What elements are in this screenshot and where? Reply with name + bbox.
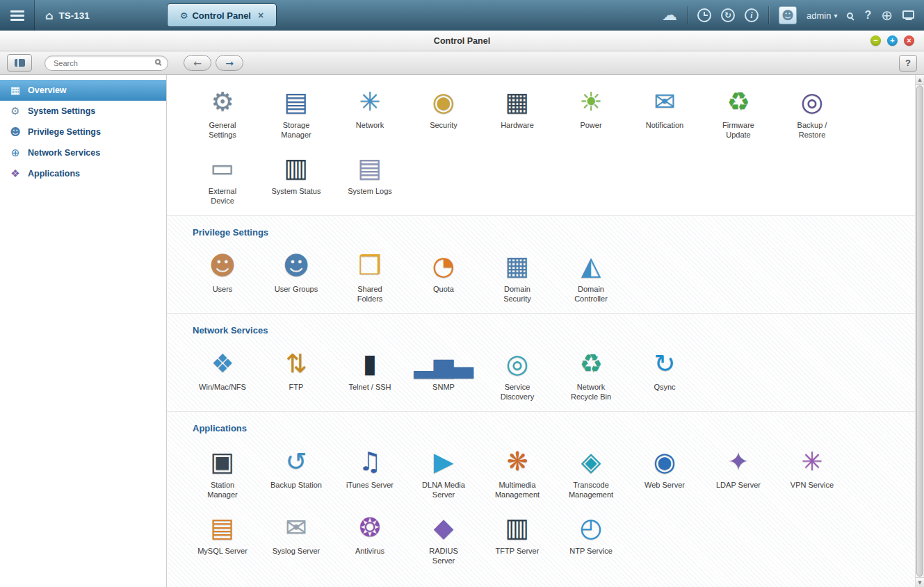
- app-network[interactable]: ✳ Network: [333, 85, 407, 140]
- app-itunes-server[interactable]: ♫ iTunes Server: [333, 445, 407, 499]
- app-general-settings[interactable]: ⚙ General Settings: [186, 85, 259, 140]
- network-services-icon: ⊕: [9, 148, 22, 158]
- quota-icon: ◔: [419, 249, 469, 282]
- app-antivirus[interactable]: ❂ Antivirus: [333, 511, 407, 565]
- app-label: TFTP Server: [496, 547, 540, 556]
- user-menu[interactable]: admin ▾: [807, 10, 837, 21]
- clock-icon[interactable]: [697, 8, 711, 22]
- app-hardware[interactable]: ▦ Hardware: [480, 85, 554, 140]
- user-name: admin: [807, 10, 831, 21]
- app-transcode-management[interactable]: ◈ Transcode Management: [554, 445, 628, 499]
- minimize-button[interactable]: −: [870, 35, 881, 46]
- app-syslog-server[interactable]: ✉ Syslog Server: [259, 511, 333, 565]
- sidebar-item-applications[interactable]: ❖ Applications: [0, 163, 166, 184]
- app-telnet-ssh[interactable]: ▮ Telnet / SSH: [333, 347, 407, 402]
- app-dlna-media-server[interactable]: ▶ DLNA Media Server: [407, 445, 480, 499]
- sidebar-item-label: Overview: [28, 85, 67, 95]
- app-power[interactable]: ☀ Power: [554, 85, 628, 140]
- app-notification[interactable]: ✉ Notification: [628, 85, 702, 140]
- app-storage-manager[interactable]: ▤ Storage Manager: [259, 85, 333, 140]
- app-domain-controller[interactable]: ◭ Domain Controller: [554, 249, 628, 304]
- window-titlebar: Control Panel − + ×: [0, 31, 924, 51]
- section-title: Privilege Settings: [193, 227, 908, 238]
- maximize-button[interactable]: +: [887, 35, 898, 46]
- sidebar-toggle-button[interactable]: [7, 54, 32, 72]
- app-backup-restore[interactable]: ◎ Backup / Restore: [775, 85, 849, 140]
- tab-control-panel[interactable]: ⚙ Control Panel ×: [167, 3, 277, 27]
- device-name-button[interactable]: ⌂ TS-131: [35, 0, 167, 31]
- app-system-status[interactable]: ▥ System Status: [259, 151, 333, 206]
- app-network-recycle-bin[interactable]: ♻ Network Recycle Bin: [554, 347, 628, 402]
- tab-close-icon[interactable]: ×: [258, 10, 264, 21]
- forward-button[interactable]: →: [216, 55, 243, 71]
- app-win-mac-nfs[interactable]: ❖ Win/Mac/NFS: [186, 347, 259, 402]
- station-manager-icon: ▣: [197, 445, 248, 478]
- app-web-server[interactable]: ◉ Web Server: [628, 445, 702, 499]
- search-input[interactable]: [44, 56, 168, 71]
- sidebar-item-privilege-settings[interactable]: ☻ Privilege Settings: [0, 122, 166, 142]
- telnet-ssh-icon: ▮: [345, 347, 395, 380]
- app-label: Quota: [433, 285, 454, 295]
- content-sections: ⚙ General Settings ▤ Storage Manager ✳ N…: [167, 75, 915, 587]
- close-button[interactable]: ×: [904, 35, 914, 46]
- app-vpn-service[interactable]: ✳ VPN Service: [775, 445, 849, 499]
- app-mysql-server[interactable]: ▤ MySQL Server: [186, 511, 259, 565]
- app-security[interactable]: ◉ Security: [407, 85, 480, 140]
- app-user-groups[interactable]: ☻ User Groups: [259, 249, 333, 304]
- app-label: Hardware: [501, 121, 534, 131]
- qsync-icon: ↻: [640, 347, 690, 380]
- user-groups-icon: ☻: [271, 249, 321, 282]
- vertical-scrollbar[interactable]: ▲ ▼: [915, 75, 924, 587]
- app-ldap-server[interactable]: ✦ LDAP Server: [702, 445, 775, 499]
- vpn-service-icon: ✳: [787, 445, 837, 478]
- app-label: NTP Service: [569, 547, 613, 556]
- app-external-device[interactable]: ▭ External Device: [186, 151, 259, 206]
- app-qsync[interactable]: ↻ Qsync: [628, 347, 702, 402]
- scroll-down-icon[interactable]: ▼: [916, 577, 924, 587]
- sidebar-item-system-settings[interactable]: ⚙ System Settings: [0, 101, 166, 122]
- tab-label: Control Panel: [192, 10, 251, 21]
- app-system-logs[interactable]: ▤ System Logs: [333, 151, 407, 206]
- app-ftp[interactable]: ⇅ FTP: [259, 347, 333, 402]
- background-tasks-icon[interactable]: ↻: [721, 8, 735, 22]
- app-multimedia-management[interactable]: ❋ Multimedia Management: [480, 445, 554, 499]
- user-avatar[interactable]: ☻: [779, 6, 797, 24]
- app-radius-server[interactable]: ◆ RADIUS Server: [407, 511, 480, 565]
- search-icon[interactable]: [847, 13, 853, 19]
- app-users[interactable]: ☻ Users: [186, 249, 259, 304]
- hardware-icon: ▦: [492, 85, 542, 118]
- main-menu-button[interactable]: [0, 0, 35, 31]
- app-tftp-server[interactable]: ▥ TFTP Server: [480, 511, 554, 565]
- app-quota[interactable]: ◔ Quota: [407, 249, 480, 304]
- app-label: Shared Folders: [344, 285, 396, 304]
- scroll-up-icon[interactable]: ▲: [916, 75, 924, 85]
- app-label: System Logs: [348, 187, 392, 197]
- help-icon[interactable]: ?: [864, 9, 871, 22]
- language-globe-icon[interactable]: ⊕: [881, 8, 893, 22]
- app-label: Domain Security: [492, 285, 543, 304]
- cloud-icon[interactable]: ☁: [662, 8, 677, 23]
- app-firmware-update[interactable]: ♻ Firmware Update: [702, 85, 775, 140]
- app-shared-folders[interactable]: ❒ Shared Folders: [333, 249, 407, 304]
- app-snmp[interactable]: ▂▅▃ SNMP: [407, 347, 480, 402]
- scrollbar-thumb[interactable]: [916, 85, 923, 577]
- info-icon[interactable]: i: [745, 8, 759, 22]
- app-label: Syslog Server: [273, 547, 320, 556]
- app-backup-station[interactable]: ↺ Backup Station: [259, 445, 333, 499]
- help-button[interactable]: ?: [899, 55, 917, 72]
- app-service-discovery[interactable]: ◎ Service Discovery: [480, 347, 554, 402]
- app-domain-security[interactable]: ▦ Domain Security: [480, 249, 554, 304]
- app-label: Notification: [646, 121, 683, 131]
- sidebar-item-overview[interactable]: ▦ Overview: [0, 80, 166, 101]
- back-button[interactable]: ←: [184, 55, 211, 71]
- content-panel: ⚙ General Settings ▤ Storage Manager ✳ N…: [167, 75, 924, 587]
- tftp-server-icon: ▥: [492, 511, 542, 544]
- sidebar-item-network-services[interactable]: ⊕ Network Services: [0, 142, 166, 163]
- app-ntp-service[interactable]: ◴ NTP Service: [554, 511, 628, 565]
- sidebar-item-label: Privilege Settings: [28, 127, 101, 137]
- section-privilege-settings: Privilege Settings ☻ Users ☻ User Groups…: [167, 215, 915, 312]
- desktop-icon[interactable]: [902, 10, 914, 19]
- app-station-manager[interactable]: ▣ Station Manager: [186, 445, 259, 499]
- app-label: Telnet / SSH: [348, 383, 391, 392]
- chevron-down-icon: ▾: [834, 12, 837, 19]
